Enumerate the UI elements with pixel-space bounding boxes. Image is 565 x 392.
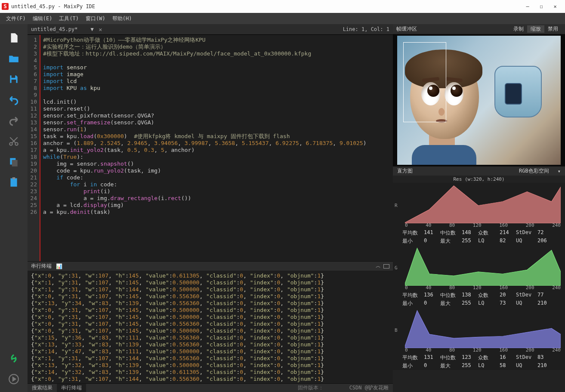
resolution-label: Res (w:320, h:240) — [393, 176, 565, 183]
colorspace-label[interactable]: RGB色彩空间 — [519, 167, 549, 175]
collapse-icon[interactable]: ︿ — [376, 262, 381, 270]
save-icon[interactable] — [8, 73, 20, 85]
svg-rect-4 — [10, 178, 17, 187]
copy-icon[interactable] — [8, 156, 20, 168]
firmware-label: 固件版本： — [298, 384, 349, 392]
histogram-B: B 04080120160200240 平均数131中位数123众数16StDe… — [393, 308, 565, 370]
connect-icon[interactable] — [8, 352, 20, 364]
code-editor[interactable]: 1234567891011121314151617181920212223242… — [28, 34, 393, 261]
menu-item[interactable]: 帮助(H) — [112, 15, 132, 22]
editor-tabs: untitled_45.py* ▼ ✕ Line: 1, Col: 1 — [28, 24, 393, 34]
redo-icon[interactable] — [8, 114, 20, 127]
sidebar — [0, 24, 28, 392]
histogram-title: 直方图 — [397, 167, 413, 175]
tab-close-icon[interactable]: ✕ — [99, 26, 102, 33]
undo-icon[interactable] — [8, 94, 20, 106]
play-icon[interactable] — [8, 373, 20, 385]
record-button[interactable]: 录制 — [510, 25, 527, 33]
close-icon[interactable]: ✕ — [552, 3, 558, 9]
tab-search-results[interactable]: 搜索结果 — [28, 384, 57, 392]
detection-rectangle — [403, 42, 446, 122]
svg-rect-3 — [12, 160, 18, 167]
new-file-icon[interactable] — [8, 32, 20, 44]
framebuffer-title: 帧缓冲区 — [396, 25, 417, 33]
disable-button[interactable]: 禁用 — [544, 25, 562, 33]
menu-bar: 文件(F)编辑(E)工具(T)窗口(W)帮助(H) — [0, 13, 565, 24]
svg-rect-5 — [12, 177, 15, 179]
bar-chart-icon[interactable]: 📊 — [56, 263, 62, 269]
framebuffer-header: 帧缓冲区 录制 缩放 禁用 — [393, 24, 565, 34]
watermark: CSDN @驴友花雕 — [349, 384, 393, 392]
maximize-icon[interactable]: ☐ — [538, 3, 544, 9]
tab-untitled[interactable]: untitled_45.py* ▼ ✕ — [31, 26, 102, 33]
window-title: untitled_45.py - MaixPy IDE — [11, 3, 525, 9]
app-logo-icon: S — [2, 3, 9, 10]
minimize-icon[interactable]: — — [525, 3, 531, 9]
tab-label: untitled_45.py* — [31, 26, 77, 32]
dropdown-icon[interactable]: ▾ — [558, 168, 561, 174]
histogram-header: 直方图 RGB色彩空间 ▾ — [393, 166, 565, 176]
open-folder-icon[interactable] — [8, 52, 20, 65]
bottom-tabs: 搜索结果 串行终端 固件版本： CSDN @驴友花雕 — [28, 383, 393, 392]
menu-item[interactable]: 窗口(W) — [86, 15, 105, 22]
menu-item[interactable]: 工具(T) — [59, 15, 79, 22]
menu-item[interactable]: 文件(F) — [6, 15, 26, 22]
paste-icon[interactable] — [8, 176, 20, 188]
tab-serial-terminal[interactable]: 串行终端 — [57, 384, 86, 392]
cut-icon[interactable] — [8, 135, 20, 147]
histogram-R: R 04080120160200240 平均数141中位数148众数214StD… — [393, 183, 565, 245]
camera-preview — [393, 34, 565, 166]
title-bar: S untitled_45.py - MaixPy IDE — ☐ ✕ — [0, 0, 565, 13]
cursor-position: Line: 1, Col: 1 — [343, 26, 389, 32]
detach-icon[interactable] — [383, 264, 389, 269]
terminal[interactable]: {"x":0, "y":31, "w":107, "h":145, "value… — [28, 271, 393, 383]
terminal-title: 串行终端 — [31, 262, 52, 270]
terminal-header: 串行终端 📊 ︿ — [28, 261, 393, 271]
zoom-button[interactable]: 缩放 — [527, 25, 544, 33]
menu-item[interactable]: 编辑(E) — [33, 15, 52, 22]
line-gutter: 1234567891011121314151617181920212223242… — [28, 35, 40, 261]
histogram-G: G 04080120160200240 平均数136中位数138众数20StDe… — [393, 245, 565, 308]
code-area[interactable]: #MicroPython动手做（10）——零基础学MaixPy之神经网络KPU … — [40, 35, 393, 261]
